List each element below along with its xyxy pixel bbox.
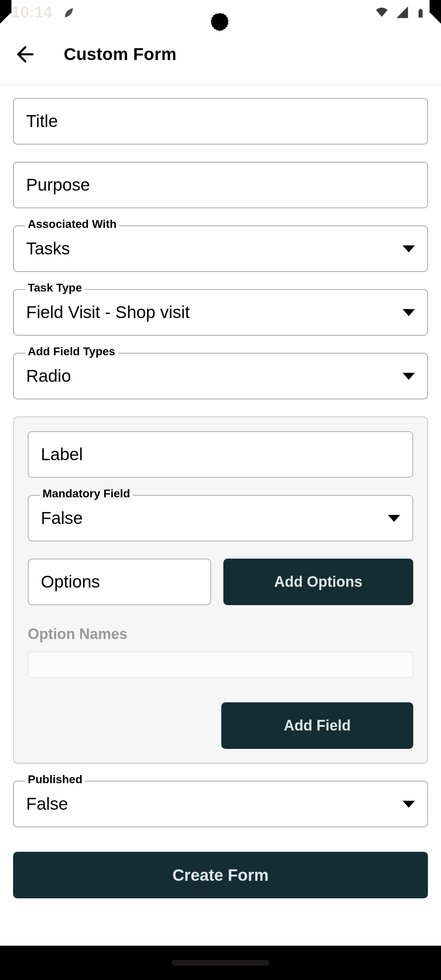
back-button[interactable] [15,44,36,65]
arrow-left-icon [15,44,36,65]
purpose-input[interactable] [26,175,415,195]
add-options-button[interactable]: Add Options [223,559,413,605]
published-select[interactable]: Published False [13,781,428,827]
field-types-select[interactable]: Add Field Types Radio [13,353,428,399]
wifi-icon [375,5,389,19]
camera-notch [208,11,233,36]
options-input[interactable] [41,572,198,592]
battery-icon [416,5,430,19]
task-type-label: Task Type [25,281,85,294]
option-names-heading: Option Names [28,626,413,643]
field-config-card: Mandatory Field False Add Options Option… [13,416,428,764]
create-form-button[interactable]: Create Form [13,852,428,898]
home-indicator[interactable] [172,960,270,966]
task-type-select[interactable]: Task Type Field Visit - Shop visit [13,289,428,336]
associated-with-value: Tasks [26,239,70,258]
task-type-value: Field Visit - Shop visit [26,303,190,322]
associated-with-label: Associated With [25,218,119,231]
add-field-button[interactable]: Add Field [221,702,413,749]
chevron-down-icon [403,309,415,316]
display-notch-top-left [0,0,11,13]
associated-with-select[interactable]: Associated With Tasks [13,225,428,272]
published-label: Published [25,773,85,786]
field-types-label: Add Field Types [25,345,118,358]
form-container: Associated With Tasks Task Type Field Vi… [0,84,441,946]
mandatory-label: Mandatory Field [40,487,133,500]
label-input[interactable] [41,445,400,464]
mandatory-select[interactable]: Mandatory Field False [28,495,413,541]
title-field[interactable] [13,98,428,145]
svg-rect-1 [420,9,422,10]
mandatory-value: False [41,508,83,528]
chevron-down-icon [403,373,415,380]
leaf-icon [62,5,76,19]
chevron-down-icon [388,515,400,522]
status-time: 10:14 [11,3,52,21]
svg-rect-0 [419,10,423,18]
chevron-down-icon [403,801,415,808]
field-types-value: Radio [26,366,71,386]
published-value: False [26,794,68,814]
system-nav-bar [0,946,441,980]
page-title: Custom Form [64,45,176,64]
options-field[interactable] [28,559,211,605]
purpose-field[interactable] [13,162,428,208]
title-input[interactable] [26,111,415,131]
chevron-down-icon [403,245,415,252]
option-names-list [28,652,413,678]
cellular-icon [395,5,409,19]
display-notch-top-right [430,0,441,13]
